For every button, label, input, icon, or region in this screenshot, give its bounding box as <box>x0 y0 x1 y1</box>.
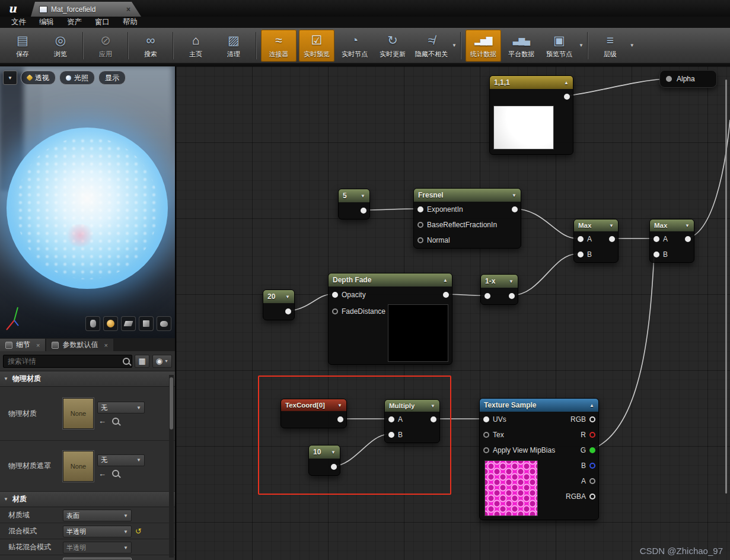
menu-file[interactable]: 文件 <box>5 17 33 28</box>
collapse-icon[interactable] <box>331 450 336 455</box>
sphere-shape-button[interactable] <box>103 316 118 331</box>
collapse-icon[interactable] <box>564 80 569 85</box>
document-tab[interactable]: Mat_forcefield × <box>31 2 141 17</box>
physical-material-mask-combo[interactable]: 无 ▼ <box>97 454 145 466</box>
input-pin[interactable] <box>484 293 490 299</box>
node-constant-5[interactable]: 5 <box>338 189 370 219</box>
input-pin[interactable] <box>654 236 659 242</box>
search-input[interactable] <box>3 355 132 368</box>
hierarchy-button[interactable]: ≡ 层级 <box>592 30 628 62</box>
output-pin[interactable] <box>609 236 615 242</box>
cylinder-shape-button[interactable] <box>85 316 100 331</box>
input-pin[interactable] <box>654 252 659 257</box>
output-pin[interactable] <box>685 236 691 242</box>
collapse-icon[interactable] <box>609 223 614 228</box>
home-button[interactable]: ⌂ 主页 <box>178 30 213 62</box>
lit-mode-button[interactable]: 光照 <box>59 71 95 85</box>
tab-close-icon[interactable]: × <box>126 6 130 13</box>
collapse-icon[interactable] <box>685 223 690 228</box>
tab-details[interactable]: 细节 × <box>0 339 45 351</box>
output-pin-rgb[interactable] <box>589 416 595 422</box>
input-pin[interactable] <box>332 308 338 314</box>
wire-oneminus-max1b[interactable] <box>511 254 577 295</box>
section-physical-material[interactable]: ▼ 物理材质 <box>0 371 175 387</box>
scrollbar-thumb[interactable] <box>170 377 173 429</box>
input-pin[interactable] <box>578 252 584 257</box>
asset-thumbnail[interactable]: None <box>63 451 94 482</box>
live-nodes-button[interactable]: ◔ 实时节点 <box>337 30 372 62</box>
collapse-icon[interactable] <box>589 403 594 408</box>
node-alpha[interactable]: Alpha <box>659 70 717 88</box>
output-pin[interactable] <box>509 293 515 299</box>
wire-fresnel-max1a[interactable] <box>514 209 577 238</box>
input-pin[interactable] <box>417 222 423 228</box>
use-selected-icon[interactable]: ← <box>98 416 106 425</box>
plane-shape-button[interactable] <box>121 316 136 331</box>
output-pin[interactable] <box>331 464 337 470</box>
node-multiply[interactable]: Multiply A B <box>384 399 440 443</box>
output-pin-g[interactable] <box>589 447 595 453</box>
node-max-2[interactable]: Max A B <box>649 219 694 263</box>
output-pin-b[interactable] <box>589 463 595 469</box>
physical-material-combo[interactable]: 无 ▼ <box>97 402 145 413</box>
output-pin[interactable] <box>361 208 366 214</box>
output-pin-rgba[interactable] <box>589 494 595 499</box>
view-options-grid-button[interactable]: ▦ <box>135 355 149 368</box>
output-pin[interactable] <box>512 206 518 212</box>
input-pin[interactable] <box>578 236 584 242</box>
visibility-filter-button[interactable]: ◉▼ <box>152 355 172 368</box>
viewport-options-dropdown[interactable]: ▼ <box>3 71 17 85</box>
wire-const10-multiplyb[interactable] <box>333 434 388 466</box>
search-button[interactable]: ∞ 搜索 <box>133 30 168 62</box>
chevron-down-icon[interactable]: ▼ <box>452 43 457 48</box>
node-constant-20[interactable]: 20 <box>263 289 295 320</box>
output-pin-r[interactable] <box>589 432 595 438</box>
node-texture-sample[interactable]: Texture Sample UVs Tex Apply View MipBia… <box>479 398 599 520</box>
node-max-1[interactable]: Max A B <box>573 219 619 263</box>
chevron-down-icon[interactable]: ▼ <box>630 43 635 48</box>
collapse-icon[interactable] <box>509 279 514 284</box>
connectors-button[interactable]: ≈ 连接器 <box>261 30 297 62</box>
input-pin[interactable] <box>388 432 394 438</box>
browse-to-asset-icon[interactable] <box>112 418 119 425</box>
perspective-button[interactable]: 透视 <box>21 71 56 85</box>
live-update-button[interactable]: ↻ 实时更新 <box>375 30 410 62</box>
show-button[interactable]: 显示 <box>98 71 126 85</box>
collapse-icon[interactable] <box>285 294 290 300</box>
node-one-minus[interactable]: 1-x <box>480 274 518 305</box>
menu-edit[interactable]: 编辑 <box>33 17 60 28</box>
details-scrollbar[interactable] <box>169 375 174 558</box>
tab-parameter-defaults[interactable]: 参数默认值 × <box>46 339 113 351</box>
menu-window[interactable]: 窗口 <box>88 17 116 28</box>
output-pin[interactable] <box>443 292 449 298</box>
teapot-shape-button[interactable] <box>157 316 171 331</box>
close-icon[interactable]: × <box>104 342 107 349</box>
input-pin[interactable] <box>417 237 423 243</box>
cube-shape-button[interactable] <box>139 316 154 331</box>
collapse-icon[interactable] <box>431 403 435 409</box>
wire-const5-fresnel[interactable] <box>363 209 417 210</box>
menu-asset[interactable]: 资产 <box>60 17 88 28</box>
chevron-down-icon[interactable]: ▼ <box>579 43 584 48</box>
platform-stats-button[interactable]: ▃▆▄ 平台数据 <box>503 30 539 62</box>
browse-to-asset-icon[interactable] <box>112 470 119 477</box>
menu-help[interactable]: 帮助 <box>116 17 144 28</box>
wire-const111-alpha[interactable] <box>566 79 665 96</box>
live-preview-button[interactable]: ☑ 实时预览 <box>299 30 334 62</box>
output-pin[interactable] <box>564 94 570 100</box>
input-pin[interactable] <box>388 416 394 422</box>
node-texcoord[interactable]: TexCoord[0] <box>280 399 347 428</box>
node-constant-10[interactable]: 10 <box>308 445 340 476</box>
graph-scrollbar[interactable] <box>725 79 727 494</box>
input-pin[interactable] <box>332 292 338 298</box>
output-pin[interactable] <box>431 416 436 422</box>
collapse-icon[interactable] <box>361 193 365 199</box>
material-domain-combo[interactable]: 表面 ▼ <box>63 510 132 521</box>
use-selected-icon[interactable]: ← <box>98 469 106 478</box>
wire-texsample-g-max2b[interactable] <box>591 255 654 450</box>
collapse-icon[interactable] <box>337 403 342 408</box>
apply-button[interactable]: ⊘ 应用 <box>88 30 123 62</box>
decal-blend-mode-combo[interactable]: 半透明 ▼ <box>63 542 132 553</box>
node-constant-111[interactable]: 1,1,1 <box>489 75 573 155</box>
output-pin[interactable] <box>285 308 291 314</box>
